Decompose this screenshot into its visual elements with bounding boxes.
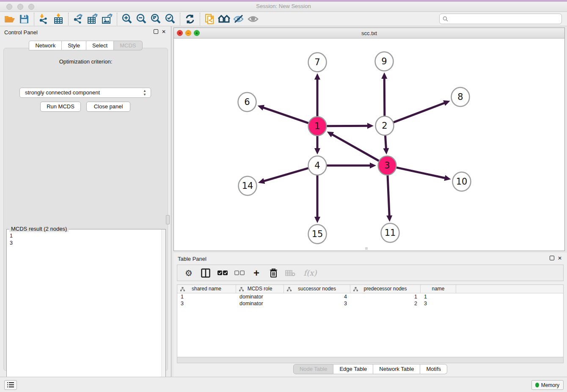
deselect-all-icon[interactable] — [234, 268, 245, 279]
zoom-in-icon[interactable] — [120, 13, 134, 25]
tab-style[interactable]: Style — [62, 41, 86, 50]
network-canvas[interactable]: 7968124314101511 — [174, 39, 564, 251]
zoom-out-icon[interactable] — [134, 13, 149, 25]
delete-column-trash-icon[interactable] — [268, 268, 279, 279]
zoom-fit-icon[interactable] — [149, 13, 163, 25]
cell-successor-nodes[interactable]: 4 — [284, 293, 350, 300]
table-row[interactable]: 1 dominator 4 1 1 — [177, 293, 563, 300]
graph-node-1[interactable]: 1 — [308, 117, 327, 136]
graph-node-label: 7 — [314, 57, 320, 67]
export-network-icon[interactable] — [71, 13, 85, 25]
selected-option: strongly connected component — [25, 89, 100, 96]
graph-edge-3-10[interactable] — [396, 168, 451, 181]
table-row[interactable]: 3 dominator 3 2 3 — [177, 300, 563, 307]
select-all-icon[interactable] — [217, 268, 228, 279]
graph-node-4[interactable]: 4 — [308, 156, 327, 175]
canvas-resize-handle[interactable] — [365, 247, 368, 250]
add-column-icon[interactable]: + — [251, 268, 262, 279]
cell-name[interactable]: 1 — [421, 293, 456, 300]
close-panel-button[interactable]: Close panel — [86, 102, 130, 112]
graph-node-14[interactable]: 14 — [239, 177, 257, 196]
cell-mcds-role[interactable]: dominator — [236, 293, 284, 300]
run-mcds-button[interactable]: Run MCDS — [40, 102, 81, 112]
graph-edge-2-3[interactable] — [383, 135, 389, 155]
cell-name[interactable]: 3 — [421, 300, 456, 307]
graph-node-6[interactable]: 6 — [238, 93, 256, 112]
task-history-button[interactable] — [4, 380, 17, 390]
tab-motifs[interactable]: Motifs — [420, 364, 447, 374]
network-view-window: ✕ − + scc.txt 7968124314101511 — [173, 28, 565, 251]
attribute-tree-icon — [287, 287, 292, 291]
hide-selected-icon[interactable] — [231, 13, 246, 25]
graph-node-11[interactable]: 11 — [381, 224, 399, 243]
column-header-shared-name[interactable]: shared name — [177, 285, 236, 293]
graph-edge-1-2[interactable] — [327, 123, 374, 129]
float-panel-icon[interactable] — [154, 29, 158, 34]
graph-edge-4-3[interactable] — [327, 163, 376, 168]
control-panel-title: Control Panel — [4, 29, 38, 36]
zoom-selected-icon[interactable] — [163, 13, 177, 25]
graph-node-15[interactable]: 15 — [308, 225, 327, 244]
home-icon[interactable] — [217, 13, 231, 25]
cell-predecessor-nodes[interactable]: 1 — [350, 293, 421, 300]
graph-edge-3-11[interactable] — [386, 175, 392, 222]
tab-network[interactable]: Network — [29, 41, 62, 50]
column-header-mcds-role[interactable]: MCDS role — [236, 285, 284, 293]
graph-edge-1-4[interactable] — [314, 135, 320, 155]
graph-edge-4-15[interactable] — [314, 175, 320, 223]
graph-node-7[interactable]: 7 — [308, 53, 327, 72]
import-network-icon[interactable] — [37, 13, 51, 25]
close-panel-icon[interactable]: ✕ — [162, 29, 166, 35]
titlebar-accent-strip — [0, 0, 567, 2]
export-image-icon[interactable] — [100, 13, 114, 25]
open-session-icon[interactable] — [3, 13, 17, 25]
cell-mcds-role[interactable]: dominator — [236, 300, 284, 307]
refresh-icon[interactable] — [183, 13, 197, 25]
graph-edge-1-6[interactable] — [258, 105, 309, 123]
import-table-icon[interactable] — [51, 13, 66, 25]
tab-mcds[interactable]: MCDS — [114, 41, 142, 50]
graph-edge-1-7[interactable] — [314, 73, 320, 117]
cell-predecessor-nodes[interactable]: 2 — [350, 300, 421, 307]
save-session-icon[interactable] — [17, 13, 31, 25]
tab-select[interactable]: Select — [86, 41, 114, 50]
optimization-criterion-select[interactable]: strongly connected component ▲▼ — [19, 88, 151, 98]
graph-edge-3-1[interactable] — [327, 132, 379, 161]
table-settings-gear-icon[interactable]: ⚙ — [183, 268, 194, 279]
close-table-panel-icon[interactable]: ✕ — [558, 256, 562, 261]
graph-node-3[interactable]: 3 — [378, 156, 396, 175]
column-header-predecessor-nodes[interactable]: predecessor nodes — [350, 285, 421, 293]
graph-node-label: 11 — [385, 228, 396, 238]
table-hscroll-strip[interactable] — [177, 357, 564, 363]
search-input[interactable] — [448, 15, 561, 23]
result-scrollbar[interactable] — [161, 229, 165, 389]
cell-shared-name[interactable]: 1 — [177, 293, 236, 300]
tab-edge-table[interactable]: Edge Table — [333, 364, 373, 374]
tab-network-table[interactable]: Network Table — [373, 364, 420, 374]
graph-node-8[interactable]: 8 — [451, 88, 470, 107]
graph-edge-2-8[interactable] — [394, 100, 450, 122]
column-header-successor-nodes[interactable]: successor nodes — [284, 285, 350, 293]
export-table-icon[interactable] — [85, 13, 100, 25]
mcds-result-group: MCDS result (2 nodes) 1 3 — [6, 229, 166, 389]
result-line: 1 — [10, 232, 158, 240]
network-window-titlebar[interactable]: ✕ − + scc.txt — [174, 28, 564, 39]
show-columns-icon[interactable] — [200, 268, 211, 279]
cell-shared-name[interactable]: 3 — [177, 300, 236, 307]
graph-node-10[interactable]: 10 — [453, 172, 471, 191]
graph-node-2[interactable]: 2 — [376, 116, 394, 135]
show-all-icon[interactable] — [246, 13, 260, 25]
mcds-result-text[interactable]: 1 3 — [7, 232, 161, 388]
node-table-header: shared name MCDS role successor nodes pr… — [177, 285, 563, 293]
clone-network-icon[interactable] — [203, 13, 217, 25]
memory-button[interactable]: Memory — [531, 380, 564, 390]
graph-edge-4-14[interactable] — [258, 168, 308, 184]
cell-successor-nodes[interactable]: 3 — [284, 300, 350, 307]
splitter-handle[interactable] — [166, 215, 170, 224]
column-header-name[interactable]: name — [421, 285, 456, 293]
tab-node-table[interactable]: Node Table — [293, 364, 334, 374]
toolbar-separator — [68, 13, 69, 25]
graph-node-9[interactable]: 9 — [375, 52, 394, 71]
graph-edge-2-9[interactable] — [381, 72, 387, 116]
float-table-panel-icon[interactable] — [550, 256, 554, 260]
